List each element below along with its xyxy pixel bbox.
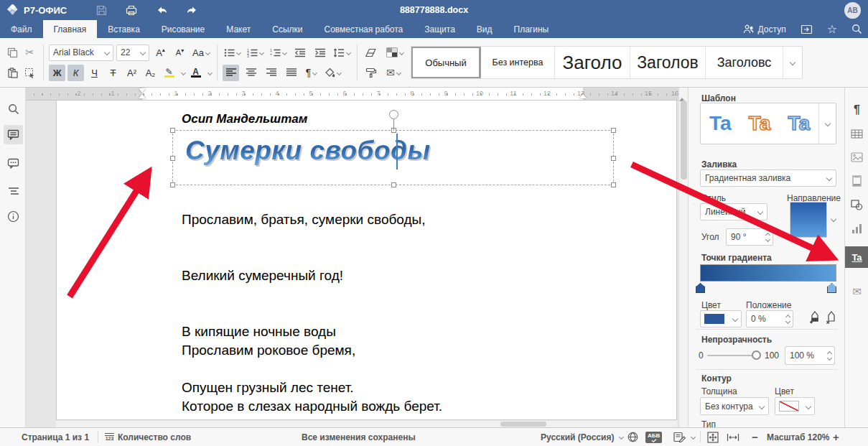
italic-button[interactable]: К — [67, 65, 84, 81]
left-indent-marker[interactable] — [139, 94, 146, 98]
highlight-color-button[interactable]: ✎ — [161, 65, 177, 81]
shading-fill-button[interactable] — [323, 65, 342, 81]
image-settings-button[interactable] — [845, 147, 868, 167]
paragraph-settings-button[interactable]: ¶ — [845, 100, 868, 120]
direction-preview[interactable] — [790, 202, 827, 238]
select-all-button[interactable] — [22, 65, 38, 81]
chat-button[interactable] — [4, 154, 23, 173]
increase-font-button[interactable]: A▴ — [152, 45, 169, 61]
document-canvas[interactable]: Осип Мандельштам Сумерки свободы Прослав… — [26, 101, 678, 427]
tab-view[interactable]: Вид — [466, 20, 503, 38]
align-center-button[interactable] — [243, 65, 259, 81]
first-line-indent-marker[interactable] — [139, 88, 146, 93]
comments-button[interactable] — [4, 125, 23, 144]
tab-collaboration[interactable]: Совместная работа — [313, 20, 414, 38]
doc-author-line[interactable]: Осип Мандельштам — [182, 112, 307, 126]
template-sample-2[interactable]: Ta — [740, 112, 780, 135]
angle-spinner[interactable]: 90 ° — [726, 228, 773, 246]
outline-color-select[interactable] — [775, 397, 815, 415]
mail-merge-button[interactable]: ✉ — [385, 65, 402, 81]
font-color-button[interactable]: А — [187, 65, 204, 81]
template-sample-3[interactable]: Ta — [779, 112, 818, 135]
template-sample-1[interactable]: Ta — [701, 112, 740, 135]
gradient-stop-left[interactable] — [696, 283, 705, 293]
resize-handle-se[interactable] — [611, 182, 616, 187]
save-button[interactable] — [94, 3, 108, 17]
horizontal-scrollbar[interactable] — [56, 421, 677, 427]
vertical-scroll-thumb[interactable] — [681, 101, 687, 180]
font-size-select[interactable]: 22 — [116, 45, 149, 61]
wordart-title[interactable]: Сумерки свободы — [185, 136, 431, 165]
zoom-out-button[interactable]: − — [752, 428, 758, 446]
tab-insert[interactable]: Вставка — [97, 20, 151, 38]
numbered-list-button[interactable]: 123 — [246, 45, 265, 61]
resize-handle-nw[interactable] — [170, 128, 175, 133]
style-normal[interactable]: Обычный — [411, 47, 481, 78]
resize-handle-sw[interactable] — [170, 182, 175, 187]
page-indicator[interactable]: Страница 1 из 1 — [22, 428, 89, 446]
style-heading1[interactable]: Заголо — [555, 47, 630, 78]
zoom-level[interactable]: Масштаб 120% — [767, 428, 829, 446]
avatar[interactable]: AB — [844, 2, 861, 19]
change-case-button[interactable]: Aa — [191, 45, 211, 61]
decrease-font-button[interactable]: A▾ — [172, 45, 188, 61]
bold-button[interactable]: Ж — [49, 65, 65, 81]
spellcheck-button[interactable]: АБВ — [645, 428, 662, 446]
font-color-arrow[interactable] — [207, 70, 213, 75]
fill-type-select[interactable]: Градиентная заливка — [700, 169, 836, 187]
headings-navigation-button[interactable] — [4, 181, 23, 200]
tab-draw[interactable]: Рисование — [151, 20, 215, 38]
find-button[interactable] — [4, 99, 23, 119]
tab-layout[interactable]: Макет — [215, 20, 261, 38]
style-no-spacing[interactable]: Без интерва — [481, 47, 555, 78]
align-right-button[interactable] — [263, 65, 279, 81]
share-access-button[interactable]: Доступ — [743, 24, 786, 34]
undo-button[interactable] — [154, 3, 169, 17]
direction-expand[interactable] — [831, 216, 836, 222]
search-button[interactable] — [851, 24, 862, 34]
increase-indent-button[interactable] — [312, 45, 328, 61]
redo-button[interactable] — [185, 3, 199, 17]
copy-style-button[interactable] — [363, 65, 379, 81]
strikethrough-button[interactable]: Т — [105, 65, 121, 81]
bullet-list-button[interactable] — [223, 45, 242, 61]
gradient-style-select[interactable]: Линейный — [700, 203, 767, 220]
favorites-star-button[interactable]: ☆ — [827, 22, 837, 36]
opacity-slider-handle[interactable] — [752, 350, 761, 360]
highlight-color-arrow[interactable] — [181, 70, 186, 75]
horizontal-scroll-thumb[interactable] — [500, 422, 546, 427]
tab-file[interactable]: Файл — [0, 20, 43, 38]
cut-button[interactable]: ✂ — [22, 45, 38, 61]
tab-references[interactable]: Ссылки — [261, 20, 313, 38]
set-language-button[interactable] — [627, 428, 638, 446]
decrease-indent-button[interactable] — [291, 45, 308, 61]
outline-thickness-select[interactable]: Без контура — [700, 397, 769, 415]
clear-style-button[interactable] — [363, 45, 379, 61]
header-footer-settings-button[interactable] — [845, 171, 868, 191]
font-name-select[interactable]: Arial Black — [49, 45, 113, 61]
style-heading3[interactable]: Заголовс — [706, 47, 783, 78]
add-gradient-point-button[interactable] — [809, 310, 821, 325]
print-button[interactable] — [124, 3, 139, 17]
rotate-handle[interactable] — [389, 110, 398, 119]
styles-gallery-expand-button[interactable] — [783, 47, 802, 78]
table-settings-button[interactable] — [845, 124, 868, 144]
right-indent-marker[interactable] — [579, 94, 587, 98]
fit-width-button[interactable] — [727, 428, 739, 446]
word-count-button[interactable]: 123 Количество слов — [105, 428, 191, 446]
horizontal-ruler[interactable]: 2 1 1 2 3 4 5 6 7 8 9 10 11 12 13 14 15 … — [26, 88, 678, 101]
resize-handle-e[interactable] — [611, 156, 616, 161]
justify-button[interactable] — [283, 65, 299, 81]
style-heading2[interactable]: Заголов — [630, 47, 706, 78]
chart-settings-button[interactable] — [845, 218, 868, 238]
gradient-color-select[interactable] — [700, 310, 742, 327]
superscript-button[interactable]: A² — [123, 65, 140, 81]
resize-handle-w[interactable] — [170, 156, 175, 161]
table-shading-button[interactable] — [385, 45, 405, 61]
remove-gradient-point-button[interactable] — [826, 310, 837, 325]
resize-handle-ne[interactable] — [611, 128, 616, 133]
shape-settings-button[interactable] — [845, 195, 868, 215]
gradient-bar[interactable] — [700, 264, 836, 282]
template-gallery[interactable]: Ta Ta Ta — [700, 103, 836, 144]
paste-button[interactable] — [4, 65, 21, 81]
